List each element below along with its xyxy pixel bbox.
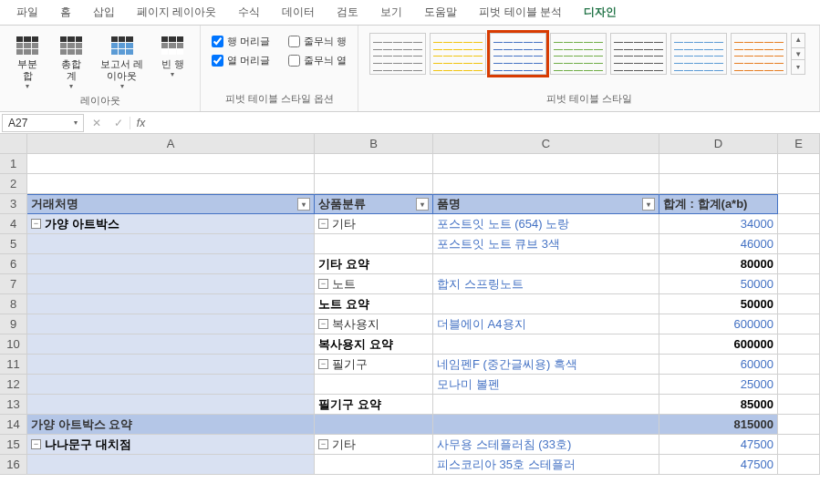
cell-B7[interactable]: −노트 (315, 274, 433, 294)
cell-E9[interactable] (778, 314, 820, 334)
cell-A2[interactable] (27, 174, 315, 194)
row-header-13[interactable]: 13 (0, 395, 27, 415)
cell-A9[interactable] (27, 314, 315, 334)
menu-help[interactable]: 도움말 (415, 3, 466, 22)
cell-C15[interactable]: 사무용 스테플러침 (33호) (433, 435, 659, 455)
pivot-header-3[interactable]: 합계 : 합계(a*b) (659, 194, 778, 214)
spreadsheet-grid[interactable]: ABCDE123거래처명▾상품분류▾품명▾합계 : 합계(a*b)4−가양 아트… (0, 134, 820, 475)
cell-D8[interactable]: 50000 (659, 294, 778, 314)
enter-formula-button[interactable]: ✓ (108, 117, 130, 129)
cell-D7[interactable]: 50000 (659, 274, 778, 294)
row-header-16[interactable]: 16 (0, 455, 27, 475)
cell-C12[interactable]: 모나미 볼펜 (433, 375, 659, 395)
col-header-E[interactable]: E (778, 134, 820, 154)
cell-E1[interactable] (778, 154, 820, 174)
cell-C6[interactable] (433, 254, 659, 274)
cell-A1[interactable] (27, 154, 315, 174)
row-header-4[interactable]: 4 (0, 214, 27, 234)
pivot-style-thumb-2[interactable] (490, 33, 546, 75)
cell-D11[interactable]: 60000 (659, 355, 778, 375)
menu-insert[interactable]: 삽입 (84, 3, 124, 22)
filter-button[interactable]: ▾ (416, 198, 429, 211)
filter-button[interactable]: ▾ (297, 198, 310, 211)
blank-rows-button[interactable]: 빈 행 ▾ (152, 33, 192, 80)
menu-file[interactable]: 파일 (7, 3, 47, 22)
cell-B16[interactable] (315, 455, 433, 475)
cell-C10[interactable] (433, 334, 659, 355)
col-header-A[interactable]: A (27, 134, 315, 154)
pivot-style-thumb-5[interactable] (670, 33, 727, 75)
formula-input[interactable] (151, 115, 820, 131)
cell-C4[interactable]: 포스트잇 노트 (654) 노랑 (433, 214, 659, 234)
select-all-corner[interactable] (0, 134, 27, 154)
cell-D16[interactable]: 47500 (659, 455, 778, 475)
collapse-button[interactable]: − (318, 219, 328, 229)
cell-E10[interactable] (778, 334, 820, 355)
cell-B15[interactable]: −기타 (315, 435, 433, 455)
row-header-6[interactable]: 6 (0, 254, 27, 274)
collapse-button[interactable]: − (31, 439, 41, 449)
cell-A15[interactable]: −나나문구 대치점 (27, 435, 315, 455)
grand-totals-button[interactable]: 총합 계 ▾ (51, 33, 91, 92)
cell-C2[interactable] (433, 174, 659, 194)
pivot-style-thumb-6[interactable] (731, 33, 787, 75)
col-header-D[interactable]: D (659, 134, 778, 154)
cell-A16[interactable] (27, 455, 315, 475)
cell-E14[interactable] (778, 415, 820, 435)
menu-page-layout[interactable]: 페이지 레이아웃 (128, 3, 225, 22)
cell-D10[interactable]: 600000 (659, 334, 778, 355)
cell-D15[interactable]: 47500 (659, 435, 778, 455)
expand-gallery-icon[interactable]: ▾ (792, 61, 804, 74)
pivot-header-0[interactable]: 거래처명▾ (27, 194, 315, 214)
cell-E16[interactable] (778, 455, 820, 475)
cell-E8[interactable] (778, 294, 820, 314)
cell-E15[interactable] (778, 435, 820, 455)
cell-B12[interactable] (315, 375, 433, 395)
col-header-C[interactable]: C (433, 134, 659, 154)
cell-B6[interactable]: 기타 요약 (315, 254, 433, 274)
cell-A7[interactable] (27, 274, 315, 294)
row-header-11[interactable]: 11 (0, 355, 27, 375)
filter-button[interactable]: ▾ (642, 198, 655, 211)
name-box[interactable]: A27 ▾ (2, 114, 84, 132)
row-header-1[interactable]: 1 (0, 154, 27, 174)
fx-icon[interactable]: fx (130, 117, 151, 129)
collapse-button[interactable]: − (318, 439, 328, 449)
cell-C5[interactable]: 포스트잇 노트 큐브 3색 (433, 234, 659, 254)
row-header-10[interactable]: 10 (0, 334, 27, 355)
cell-B5[interactable] (315, 234, 433, 254)
cell-B11[interactable]: −필기구 (315, 355, 433, 375)
cell-A4[interactable]: −가양 아트박스 (27, 214, 315, 234)
cell-E12[interactable] (778, 375, 820, 395)
pivot-header-2[interactable]: 품명▾ (433, 194, 659, 214)
cancel-formula-button[interactable]: ✕ (86, 117, 108, 129)
row-header-8[interactable]: 8 (0, 294, 27, 314)
cell-A10[interactable] (27, 334, 315, 355)
cell-E4[interactable] (778, 214, 820, 234)
cell-D5[interactable]: 46000 (659, 234, 778, 254)
collapse-button[interactable]: − (31, 219, 41, 229)
row-headers-checkbox[interactable]: 행 머리글 (208, 33, 274, 50)
subtotals-button[interactable]: 부분 합 ▾ (7, 33, 47, 92)
cell-D12[interactable]: 25000 (659, 375, 778, 395)
cell-A5[interactable] (27, 234, 315, 254)
row-header-5[interactable]: 5 (0, 234, 27, 254)
banded-columns-checkbox[interactable]: 줄무늬 열 (285, 52, 350, 69)
cell-C14[interactable] (433, 415, 659, 435)
cell-B2[interactable] (315, 174, 433, 194)
cell-D2[interactable] (659, 174, 778, 194)
cell-A8[interactable] (27, 294, 315, 314)
row-header-14[interactable]: 14 (0, 415, 27, 435)
row-header-7[interactable]: 7 (0, 274, 27, 294)
cell-E3[interactable] (778, 194, 820, 214)
report-layout-button[interactable]: 보고서 레 이아웃 ▾ (95, 33, 149, 92)
pivot-style-thumb-4[interactable] (610, 33, 667, 75)
menu-pivot-analyze[interactable]: 피벗 테이블 분석 (470, 3, 571, 22)
row-header-2[interactable]: 2 (0, 174, 27, 194)
pivot-header-1[interactable]: 상품분류▾ (315, 194, 433, 214)
cell-C1[interactable] (433, 154, 659, 174)
row-header-12[interactable]: 12 (0, 375, 27, 395)
cell-E2[interactable] (778, 174, 820, 194)
collapse-button[interactable]: − (318, 319, 328, 329)
menu-view[interactable]: 보기 (371, 3, 411, 22)
